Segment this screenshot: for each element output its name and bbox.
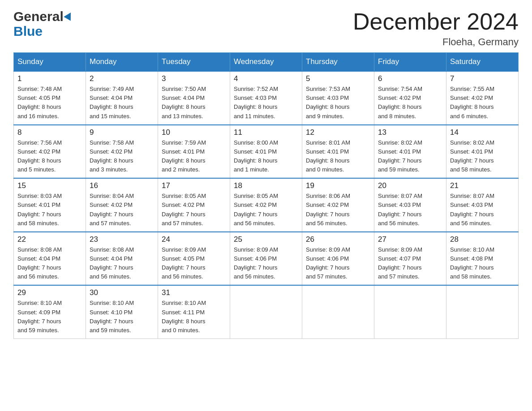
day-number: 30 [90, 288, 154, 297]
day-number: 3 [162, 74, 226, 83]
calendar-cell: 3Sunrise: 7:50 AM Sunset: 4:04 PM Daylig… [158, 71, 230, 125]
day-number: 12 [306, 128, 370, 137]
day-number: 1 [17, 74, 82, 83]
calendar-cell: 1Sunrise: 7:48 AM Sunset: 4:05 PM Daylig… [14, 71, 86, 125]
day-info: Sunrise: 8:09 AM Sunset: 4:06 PM Dayligh… [306, 245, 370, 282]
logo: General Blue [13, 9, 73, 39]
page-header: General Blue December 2024 Floeha, Germa… [13, 9, 519, 48]
calendar-cell: 6Sunrise: 7:54 AM Sunset: 4:02 PM Daylig… [374, 71, 446, 125]
day-number: 6 [378, 74, 442, 83]
day-number: 11 [234, 128, 298, 137]
day-number: 16 [90, 181, 154, 190]
calendar-cell: 14Sunrise: 8:02 AM Sunset: 4:01 PM Dayli… [446, 125, 519, 179]
day-number: 18 [234, 181, 298, 190]
day-info: Sunrise: 7:59 AM Sunset: 4:01 PM Dayligh… [162, 138, 226, 175]
page-subtitle: Floeha, Germany [353, 36, 519, 48]
calendar-cell: 19Sunrise: 8:06 AM Sunset: 4:02 PM Dayli… [302, 178, 374, 232]
calendar-cell: 27Sunrise: 8:09 AM Sunset: 4:07 PM Dayli… [374, 232, 446, 286]
day-header-saturday: Saturday [446, 53, 519, 72]
day-number: 28 [450, 235, 515, 244]
calendar-cell: 17Sunrise: 8:05 AM Sunset: 4:02 PM Dayli… [158, 178, 230, 232]
day-header-thursday: Thursday [302, 53, 374, 72]
calendar-cell: 30Sunrise: 8:10 AM Sunset: 4:10 PM Dayli… [86, 285, 158, 338]
day-number: 10 [162, 128, 226, 137]
day-info: Sunrise: 8:00 AM Sunset: 4:01 PM Dayligh… [234, 138, 298, 175]
calendar-cell: 22Sunrise: 8:08 AM Sunset: 4:04 PM Dayli… [14, 232, 86, 286]
calendar-cell: 15Sunrise: 8:03 AM Sunset: 4:01 PM Dayli… [14, 178, 86, 232]
day-info: Sunrise: 8:08 AM Sunset: 4:04 PM Dayligh… [17, 245, 82, 282]
day-info: Sunrise: 8:05 AM Sunset: 4:02 PM Dayligh… [162, 192, 226, 228]
day-info: Sunrise: 7:49 AM Sunset: 4:04 PM Dayligh… [90, 85, 154, 121]
calendar-cell: 31Sunrise: 8:10 AM Sunset: 4:11 PM Dayli… [158, 285, 230, 338]
day-number: 14 [450, 128, 515, 137]
calendar-cell: 20Sunrise: 8:07 AM Sunset: 4:03 PM Dayli… [374, 178, 446, 232]
day-info: Sunrise: 8:02 AM Sunset: 4:01 PM Dayligh… [378, 138, 442, 175]
day-info: Sunrise: 7:56 AM Sunset: 4:02 PM Dayligh… [17, 138, 82, 175]
week-row-2: 8Sunrise: 7:56 AM Sunset: 4:02 PM Daylig… [14, 125, 519, 179]
day-info: Sunrise: 8:09 AM Sunset: 4:07 PM Dayligh… [378, 245, 442, 282]
week-row-3: 15Sunrise: 8:03 AM Sunset: 4:01 PM Dayli… [14, 178, 519, 232]
day-number: 4 [234, 74, 298, 83]
calendar-cell: 23Sunrise: 8:08 AM Sunset: 4:04 PM Dayli… [86, 232, 158, 286]
day-info: Sunrise: 7:55 AM Sunset: 4:02 PM Dayligh… [450, 85, 515, 121]
day-number: 25 [234, 235, 298, 244]
calendar-cell: 28Sunrise: 8:10 AM Sunset: 4:08 PM Dayli… [446, 232, 519, 286]
logo-general-text: General [13, 9, 64, 24]
day-number: 9 [90, 128, 154, 137]
day-info: Sunrise: 8:10 AM Sunset: 4:11 PM Dayligh… [162, 299, 226, 335]
calendar-cell: 8Sunrise: 7:56 AM Sunset: 4:02 PM Daylig… [14, 125, 86, 179]
day-header-tuesday: Tuesday [158, 53, 230, 72]
day-number: 21 [450, 181, 515, 190]
calendar-cell [302, 285, 374, 338]
day-info: Sunrise: 7:54 AM Sunset: 4:02 PM Dayligh… [378, 85, 442, 121]
day-number: 17 [162, 181, 226, 190]
day-info: Sunrise: 8:01 AM Sunset: 4:01 PM Dayligh… [306, 138, 370, 175]
calendar-cell: 16Sunrise: 8:04 AM Sunset: 4:02 PM Dayli… [86, 178, 158, 232]
day-info: Sunrise: 8:06 AM Sunset: 4:02 PM Dayligh… [306, 192, 370, 228]
calendar-cell: 9Sunrise: 7:58 AM Sunset: 4:02 PM Daylig… [86, 125, 158, 179]
day-header-wednesday: Wednesday [230, 53, 302, 72]
calendar-cell: 7Sunrise: 7:55 AM Sunset: 4:02 PM Daylig… [446, 71, 519, 125]
day-info: Sunrise: 8:09 AM Sunset: 4:06 PM Dayligh… [234, 245, 298, 282]
day-info: Sunrise: 8:07 AM Sunset: 4:03 PM Dayligh… [450, 192, 515, 228]
logo-triangle-icon [64, 10, 74, 21]
day-info: Sunrise: 7:48 AM Sunset: 4:05 PM Dayligh… [17, 85, 82, 121]
calendar-cell: 29Sunrise: 8:10 AM Sunset: 4:09 PM Dayli… [14, 285, 86, 338]
calendar-cell: 5Sunrise: 7:53 AM Sunset: 4:03 PM Daylig… [302, 71, 374, 125]
logo-general: General [13, 9, 73, 24]
day-number: 8 [17, 128, 82, 137]
day-info: Sunrise: 8:07 AM Sunset: 4:03 PM Dayligh… [378, 192, 442, 228]
title-area: December 2024 Floeha, Germany [353, 9, 519, 48]
day-number: 27 [378, 235, 442, 244]
day-info: Sunrise: 8:03 AM Sunset: 4:01 PM Dayligh… [17, 192, 82, 228]
calendar-cell: 18Sunrise: 8:05 AM Sunset: 4:02 PM Dayli… [230, 178, 302, 232]
day-number: 24 [162, 235, 226, 244]
week-row-1: 1Sunrise: 7:48 AM Sunset: 4:05 PM Daylig… [14, 71, 519, 125]
calendar-cell: 25Sunrise: 8:09 AM Sunset: 4:06 PM Dayli… [230, 232, 302, 286]
calendar-cell: 11Sunrise: 8:00 AM Sunset: 4:01 PM Dayli… [230, 125, 302, 179]
day-number: 19 [306, 181, 370, 190]
calendar-cell: 26Sunrise: 8:09 AM Sunset: 4:06 PM Dayli… [302, 232, 374, 286]
day-number: 15 [17, 181, 82, 190]
day-info: Sunrise: 7:53 AM Sunset: 4:03 PM Dayligh… [306, 85, 370, 121]
day-number: 7 [450, 74, 515, 83]
day-info: Sunrise: 7:52 AM Sunset: 4:03 PM Dayligh… [234, 85, 298, 121]
calendar-cell: 12Sunrise: 8:01 AM Sunset: 4:01 PM Dayli… [302, 125, 374, 179]
day-info: Sunrise: 8:08 AM Sunset: 4:04 PM Dayligh… [90, 245, 154, 282]
day-info: Sunrise: 8:02 AM Sunset: 4:01 PM Dayligh… [450, 138, 515, 175]
calendar-table: SundayMondayTuesdayWednesdayThursdayFrid… [13, 52, 519, 339]
calendar-cell: 2Sunrise: 7:49 AM Sunset: 4:04 PM Daylig… [86, 71, 158, 125]
days-header-row: SundayMondayTuesdayWednesdayThursdayFrid… [14, 53, 519, 72]
calendar-cell: 24Sunrise: 8:09 AM Sunset: 4:05 PM Dayli… [158, 232, 230, 286]
day-info: Sunrise: 8:10 AM Sunset: 4:09 PM Dayligh… [17, 299, 82, 335]
day-info: Sunrise: 7:50 AM Sunset: 4:04 PM Dayligh… [162, 85, 226, 121]
day-number: 13 [378, 128, 442, 137]
day-header-monday: Monday [86, 53, 158, 72]
day-info: Sunrise: 8:05 AM Sunset: 4:02 PM Dayligh… [234, 192, 298, 228]
day-number: 2 [90, 74, 154, 83]
day-number: 31 [162, 288, 226, 297]
day-info: Sunrise: 8:10 AM Sunset: 4:08 PM Dayligh… [450, 245, 515, 282]
week-row-5: 29Sunrise: 8:10 AM Sunset: 4:09 PM Dayli… [14, 285, 519, 338]
day-info: Sunrise: 8:09 AM Sunset: 4:05 PM Dayligh… [162, 245, 226, 282]
day-info: Sunrise: 8:04 AM Sunset: 4:02 PM Dayligh… [90, 192, 154, 228]
